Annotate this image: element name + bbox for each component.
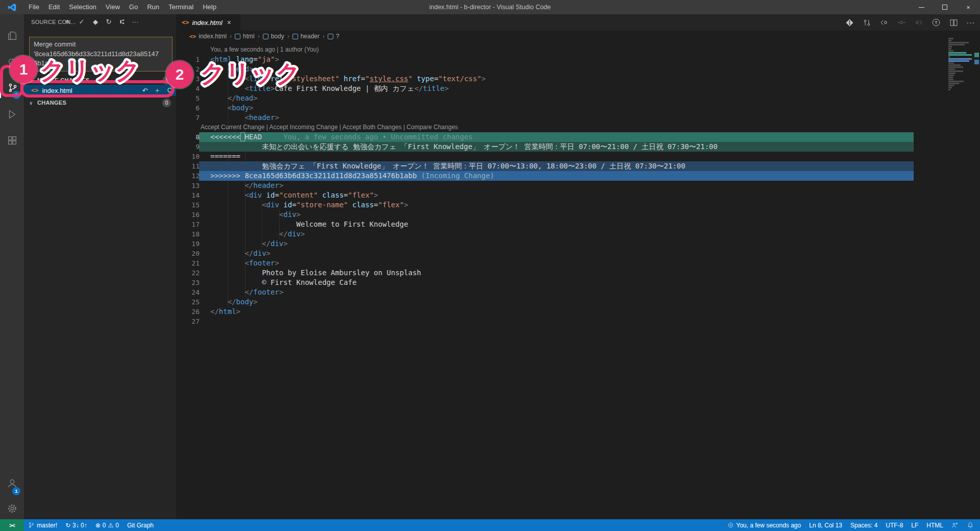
- breadcrumb-item-header[interactable]: header: [292, 33, 320, 40]
- menu-edit[interactable]: Edit: [44, 0, 64, 14]
- commit-graph-icon[interactable]: ⑆: [117, 17, 127, 27]
- eol-status[interactable]: LF: [907, 522, 922, 529]
- code-text: © First Knowledge Cafe: [210, 278, 357, 287]
- menu-help[interactable]: Help: [198, 0, 221, 14]
- menu-view[interactable]: View: [101, 0, 125, 14]
- minimap[interactable]: [948, 38, 973, 515]
- minimap-line: [948, 62, 954, 64]
- git-graph-view-icon[interactable]: [862, 17, 872, 28]
- code-line[interactable]: 21 <footer>: [176, 258, 980, 268]
- open-timeline-icon[interactable]: [931, 17, 941, 28]
- merge-conflict-actions[interactable]: Accept Current Change | Accept Incoming …: [201, 123, 458, 132]
- breadcrumb-item-[interactable]: ?: [328, 33, 339, 40]
- code-line[interactable]: 8<<<<<<< HEADYou, a few seconds ago • Un…: [176, 132, 980, 142]
- view-as-tree-icon[interactable]: ≡: [63, 17, 72, 27]
- svg-text:クリック: クリック: [200, 59, 301, 87]
- code-line[interactable]: 20 </div>: [176, 249, 980, 258]
- breadcrumb-item-indexhtml[interactable]: <>index.html: [182, 33, 227, 40]
- cursor-position-status[interactable]: Ln 8, Col 13: [805, 522, 846, 529]
- code-text: =======: [210, 152, 240, 161]
- commit-check-icon[interactable]: ✓: [77, 17, 86, 27]
- tab-label: index.html: [192, 19, 222, 27]
- line-number: 9: [176, 142, 200, 152]
- gitlens-blame-status[interactable]: You, a few seconds ago: [723, 522, 805, 529]
- chevron-down-icon: ∨: [29, 100, 36, 106]
- code-line[interactable]: 23 © First Knowledge Cafe: [176, 278, 980, 287]
- minimap-line: [948, 54, 972, 56]
- language-mode-status[interactable]: HTML: [922, 522, 947, 529]
- code-line[interactable]: 12>>>>>>> 8cea165d63b6d33c3211d11d8d23a8…: [176, 171, 980, 181]
- refresh-icon[interactable]: ↻: [104, 17, 113, 27]
- merge-conflict-codelens[interactable]: Accept Current Change | Accept Incoming …: [176, 123, 980, 132]
- code-line[interactable]: 7 <header>: [176, 113, 980, 123]
- breadcrumb-item-html[interactable]: html: [235, 33, 255, 40]
- code-line[interactable]: 14 <div id="content" class="flex">: [176, 190, 980, 200]
- line-number: 12: [176, 171, 200, 181]
- settings-gear-icon[interactable]: [0, 498, 24, 519]
- next-change-icon[interactable]: [914, 17, 924, 28]
- line-number: 10: [176, 152, 200, 161]
- more-actions-icon[interactable]: ···: [966, 17, 976, 28]
- changes-label: CHANGES: [37, 100, 66, 106]
- code-text: >>>>>>> 8cea165d63b6d33c3211d11d8d23a851…: [210, 171, 494, 181]
- encoding-status[interactable]: UTF-8: [881, 522, 907, 529]
- menu-run[interactable]: Run: [142, 0, 164, 14]
- run-debug-icon[interactable]: [0, 104, 24, 125]
- breadcrumb[interactable]: <>index.html›html›body›header›?: [182, 31, 795, 42]
- problems-status[interactable]: ⊗ 0 ⚠ 0: [91, 522, 123, 529]
- split-editor-icon[interactable]: [948, 17, 959, 28]
- code-line[interactable]: 22 Photo by Eloise Ambursley on Unsplash: [176, 268, 980, 278]
- code-line[interactable]: 6 <body>: [176, 103, 980, 113]
- minimap-line: [948, 87, 952, 88]
- code-line[interactable]: 26</html>: [176, 307, 980, 317]
- code-text: <div>: [210, 210, 301, 220]
- notifications-bell-icon[interactable]: [963, 522, 980, 529]
- code-text: </div>: [210, 239, 288, 249]
- current-change-icon[interactable]: [896, 17, 906, 28]
- minimap-line: [948, 48, 951, 50]
- line-number: 5: [176, 93, 200, 103]
- changes-section[interactable]: ∨ CHANGES 0: [24, 97, 176, 108]
- git-diff-icon[interactable]: ◆: [91, 17, 100, 27]
- code-line[interactable]: 19 </div>: [176, 239, 980, 249]
- window-controls: ×: [910, 0, 980, 14]
- more-actions-icon[interactable]: ···: [131, 17, 140, 27]
- code-line[interactable]: 10=======: [176, 152, 980, 161]
- code-line[interactable]: 18 </div>: [176, 229, 980, 239]
- commit-message-line1: Merge commit: [34, 40, 168, 50]
- close-button[interactable]: ×: [957, 0, 980, 14]
- menu-file[interactable]: File: [24, 0, 44, 14]
- code-line[interactable]: 5 </head>: [176, 93, 980, 103]
- code-line[interactable]: 24 </footer>: [176, 287, 980, 297]
- code-line[interactable]: 13 </header>: [176, 181, 980, 190]
- maximize-button[interactable]: [933, 0, 957, 14]
- code-line[interactable]: 9 未知との出会いを応援する 勉強会カフェ 「First Knowledge」 …: [176, 142, 980, 152]
- menu-go[interactable]: Go: [125, 0, 142, 14]
- code-line[interactable]: 11 勉強会カフェ 「First Knowledge」 オープン！ 営業時間：平…: [176, 161, 980, 171]
- line-number: 16: [176, 210, 200, 220]
- minimap-line: [948, 75, 954, 76]
- code-line[interactable]: 15 <div id="store-name" class="flex">: [176, 200, 980, 210]
- previous-change-icon[interactable]: [879, 17, 889, 28]
- sync-status[interactable]: ↻ 3↓ 0↑: [61, 522, 91, 529]
- code-line[interactable]: 16 <div>: [176, 210, 980, 220]
- code-line[interactable]: 27: [176, 317, 980, 326]
- code-text: </header>: [210, 181, 283, 190]
- feedback-icon[interactable]: [947, 522, 963, 529]
- code-line[interactable]: 25 </body>: [176, 297, 980, 307]
- tab-index-html[interactable]: <> index.html ×: [176, 14, 240, 31]
- menu-selection[interactable]: Selection: [64, 0, 101, 14]
- git-graph-button[interactable]: Git Graph: [123, 522, 158, 529]
- minimize-button[interactable]: [910, 0, 933, 14]
- breadcrumb-item-body[interactable]: body: [263, 33, 284, 40]
- tab-close-icon[interactable]: ×: [227, 18, 231, 27]
- explorer-icon[interactable]: [0, 26, 24, 46]
- open-changes-icon[interactable]: [844, 17, 854, 28]
- extensions-icon[interactable]: [0, 131, 24, 151]
- branch-status[interactable]: master!: [24, 522, 61, 529]
- menu-terminal[interactable]: Terminal: [164, 0, 198, 14]
- code-line[interactable]: 17 Welcome to First Knowledge: [176, 220, 980, 229]
- indentation-status[interactable]: Spaces: 4: [846, 522, 881, 529]
- code-area[interactable]: You, a few seconds ago | 1 author (You)1…: [176, 42, 980, 519]
- remote-indicator[interactable]: ><: [0, 519, 24, 531]
